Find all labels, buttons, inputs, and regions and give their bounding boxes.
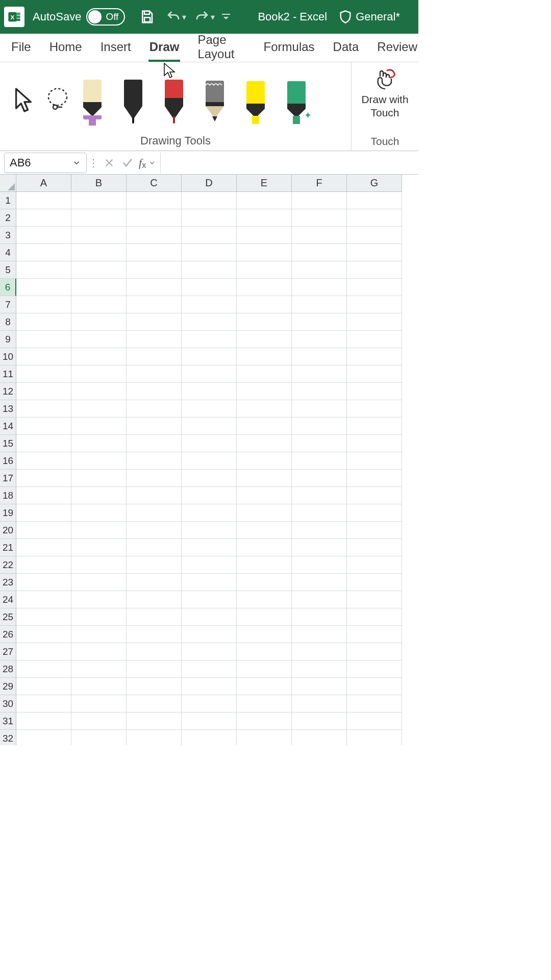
- cell[interactable]: [16, 678, 71, 695]
- row-header-31[interactable]: 31: [0, 713, 16, 730]
- cell[interactable]: [16, 348, 71, 365]
- cell[interactable]: [16, 556, 71, 574]
- cell[interactable]: [16, 660, 71, 678]
- cell[interactable]: [16, 643, 71, 660]
- cell[interactable]: [127, 504, 182, 522]
- cell[interactable]: [292, 522, 347, 539]
- cell[interactable]: [237, 383, 292, 400]
- pen-red[interactable]: [162, 71, 186, 128]
- cell[interactable]: [16, 522, 71, 539]
- cell[interactable]: [292, 539, 347, 556]
- formula-input[interactable]: [160, 153, 418, 173]
- cell[interactable]: [292, 695, 347, 713]
- cell[interactable]: [127, 227, 182, 244]
- cell[interactable]: [237, 574, 292, 591]
- cell[interactable]: [182, 313, 237, 331]
- undo-button[interactable]: [163, 6, 184, 28]
- row-header-16[interactable]: 16: [0, 452, 16, 470]
- cell[interactable]: [127, 626, 182, 643]
- cell[interactable]: [71, 713, 127, 730]
- cell[interactable]: [237, 713, 292, 730]
- cell[interactable]: [237, 400, 292, 418]
- cell[interactable]: [16, 695, 71, 713]
- cell[interactable]: [127, 261, 182, 279]
- cell[interactable]: [182, 296, 237, 313]
- cell[interactable]: [182, 574, 237, 591]
- cell[interactable]: [237, 418, 292, 435]
- cell[interactable]: [292, 296, 347, 313]
- cell[interactable]: [71, 643, 127, 660]
- cell[interactable]: [16, 470, 71, 487]
- row-header-24[interactable]: 24: [0, 591, 16, 608]
- cell[interactable]: [71, 608, 127, 626]
- cell[interactable]: [16, 435, 71, 452]
- cell[interactable]: [16, 574, 71, 591]
- row-header-4[interactable]: 4: [0, 244, 16, 261]
- cell[interactable]: [347, 452, 402, 470]
- cell[interactable]: [237, 626, 292, 643]
- cell[interactable]: [292, 279, 347, 296]
- fx-icon[interactable]: fx: [139, 156, 146, 169]
- cell[interactable]: [71, 522, 127, 539]
- cell[interactable]: [237, 261, 292, 279]
- row-header-29[interactable]: 29: [0, 678, 16, 695]
- cell[interactable]: [71, 678, 127, 695]
- cell[interactable]: [347, 574, 402, 591]
- row-header-18[interactable]: 18: [0, 487, 16, 504]
- cell[interactable]: [237, 435, 292, 452]
- cell[interactable]: [182, 452, 237, 470]
- cell[interactable]: [71, 695, 127, 713]
- row-header-23[interactable]: 23: [0, 574, 16, 591]
- tab-formulas[interactable]: Formulas: [263, 34, 316, 62]
- cell[interactable]: [16, 730, 71, 745]
- cell[interactable]: [127, 192, 182, 209]
- cells-area[interactable]: [16, 192, 418, 745]
- cell[interactable]: [71, 365, 127, 383]
- row-header-30[interactable]: 30: [0, 695, 16, 713]
- cell[interactable]: [237, 660, 292, 678]
- pencil-gray[interactable]: [203, 71, 227, 128]
- column-header-D[interactable]: D: [182, 175, 237, 192]
- cell[interactable]: [292, 470, 347, 487]
- cell[interactable]: [16, 539, 71, 556]
- row-header-27[interactable]: 27: [0, 643, 16, 660]
- cell[interactable]: [71, 244, 127, 261]
- row-header-19[interactable]: 19: [0, 504, 16, 522]
- row-header-6[interactable]: 6: [0, 279, 16, 296]
- cell[interactable]: [71, 383, 127, 400]
- cell[interactable]: [71, 192, 127, 209]
- cell[interactable]: [127, 660, 182, 678]
- cell[interactable]: [347, 626, 402, 643]
- cell[interactable]: [16, 331, 71, 348]
- cell[interactable]: [182, 365, 237, 383]
- draw-with-touch-button[interactable]: [372, 66, 398, 91]
- row-header-15[interactable]: 15: [0, 435, 16, 452]
- cell[interactable]: [127, 383, 182, 400]
- cell[interactable]: [237, 539, 292, 556]
- cell[interactable]: [16, 279, 71, 296]
- cell[interactable]: [237, 608, 292, 626]
- cell[interactable]: [347, 504, 402, 522]
- cell[interactable]: [127, 296, 182, 313]
- row-header-20[interactable]: 20: [0, 522, 16, 539]
- cell[interactable]: [16, 400, 71, 418]
- cell[interactable]: [182, 261, 237, 279]
- cell[interactable]: [237, 365, 292, 383]
- cell[interactable]: [71, 470, 127, 487]
- cell[interactable]: [182, 244, 237, 261]
- cell[interactable]: [347, 261, 402, 279]
- cell[interactable]: [71, 227, 127, 244]
- qat-customize-icon[interactable]: [220, 6, 232, 28]
- highlighter-yellow[interactable]: [244, 71, 267, 128]
- column-header-A[interactable]: A: [16, 175, 71, 192]
- pen-black[interactable]: [121, 71, 145, 128]
- cell[interactable]: [182, 470, 237, 487]
- cell[interactable]: [127, 713, 182, 730]
- cell[interactable]: [237, 643, 292, 660]
- cell[interactable]: [182, 695, 237, 713]
- cell[interactable]: [347, 244, 402, 261]
- cell[interactable]: [182, 678, 237, 695]
- tab-draw[interactable]: Draw: [148, 34, 181, 62]
- cell[interactable]: [347, 678, 402, 695]
- cell[interactable]: [182, 487, 237, 504]
